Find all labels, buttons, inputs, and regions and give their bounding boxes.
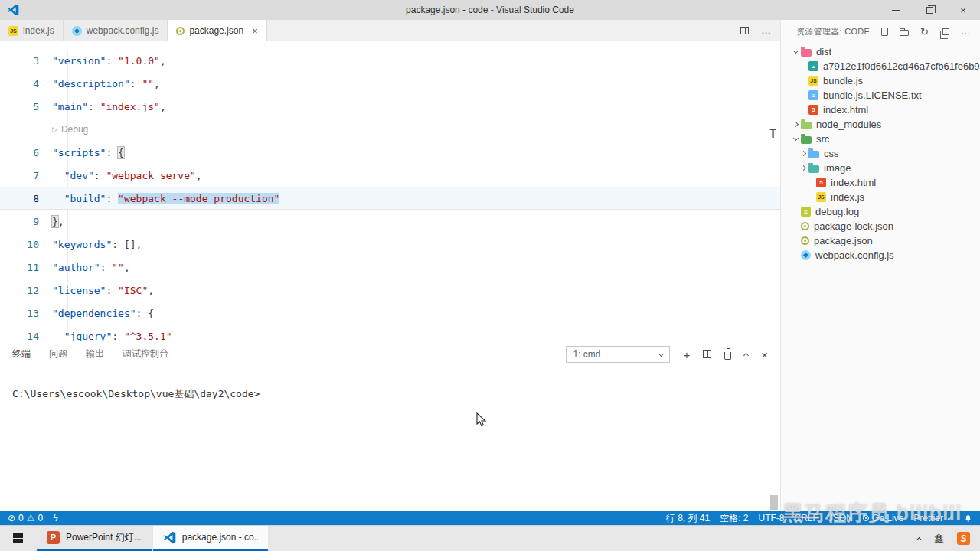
explorer-sidebar: 资源管理器: CODE ↻ … dista7912e1f0d6612cd46a7… [781,20,980,511]
close-tab-icon[interactable]: × [252,25,258,37]
notifications-bell-icon[interactable] [964,514,972,523]
line-number: 3 [0,55,52,67]
code-line-5[interactable]: 5"main": "index.js", [0,95,780,118]
code-editor[interactable]: 3"version": "1.0.0",4"description": "",5… [0,41,780,341]
chevron-right-icon [798,152,808,155]
tree-item-index.html[interactable]: index.html [781,175,980,190]
language-mode-status[interactable]: JSON [828,513,853,523]
split-terminal-icon[interactable] [703,350,711,358]
code-line-4[interactable]: 4"description": "", [0,72,780,95]
tree-item-image[interactable]: image [781,161,980,175]
refresh-explorer-icon[interactable]: ↻ [920,27,929,37]
tree-item-label: index.html [831,177,876,188]
tree-item-node_modules[interactable]: node_modules [781,117,980,132]
close-panel-icon[interactable]: × [761,348,768,361]
tree-item-bundle.js.LICENSE.txt[interactable]: bundle.js.LICENSE.txt [781,88,980,103]
token: , [154,78,160,90]
feedback-icon[interactable]: ϟ [53,513,57,523]
folder-node-icon [801,122,812,129]
webpack-file-icon [801,250,811,260]
indentation-status[interactable]: 空格: 2 [720,512,748,525]
cursor-position-status[interactable]: 行 8, 列 41 [666,512,710,525]
token: "main" [52,101,88,112]
panel-tab-输出[interactable]: 输出 [86,341,104,367]
token: } [52,216,58,227]
line-number: 13 [0,308,52,319]
token: : [106,147,118,158]
code-line-10[interactable]: 10"keywords": [], [0,233,780,256]
tree-item-src[interactable]: src [781,132,980,146]
token: [], [124,239,142,250]
tree-item-debug.log[interactable]: debug.log [781,204,980,219]
encoding-status[interactable]: UTF-8 [759,513,785,523]
tab-label: webpack.config.js [87,25,159,36]
maximize-panel-icon[interactable] [743,353,749,358]
shell-selector-value: 1: cmd [573,349,600,360]
problems-status[interactable]: ⊘0 ⚠0 [8,513,43,523]
taskbar-app-PowerPoint 幻灯...[interactable]: PPowerPoint 幻灯... [37,526,152,551]
code-line-7[interactable]: 7 "dev": "webpack serve", [0,164,780,187]
new-file-icon[interactable] [881,28,888,36]
code-line-6[interactable]: 6"scripts": { [0,141,780,164]
tree-item-label: index.html [823,104,868,116]
npm-file-icon [801,222,809,230]
code-line-13[interactable]: 13"dependencies": { [0,302,780,324]
tree-item-label: webpack.config.js [815,249,894,261]
editor-tab-bar: index.jswebpack.config.jspackage.json× … [0,20,780,41]
windows-taskbar: PPowerPoint 幻灯...package.json - co... 鑫 … [0,525,980,551]
tree-item-index.js[interactable]: index.js [781,190,980,204]
panel-tab-终端[interactable]: 终端 [12,341,31,367]
ime-indicator-icon[interactable]: 鑫 [934,532,944,546]
code-line-11[interactable]: 11"author": "", [0,256,780,279]
sogou-input-icon[interactable]: S [957,532,970,545]
show-hidden-icons-icon[interactable] [916,536,922,542]
minimize-icon [892,10,900,11]
tree-item-package.json[interactable]: package.json [781,233,980,248]
tree-item-a7912e1f0d6612cd46a7cfb61fe6b9a4.png[interactable]: a7912e1f0d6612cd46a7cfb61fe6b9a4.png [781,59,980,73]
vscode-icon [163,531,176,544]
split-editor-icon[interactable] [740,27,749,34]
tab-webpack.config.js[interactable]: webpack.config.js [64,20,168,41]
codelens-debug[interactable]: ▷Debug [52,124,88,135]
terminal-panel: 终端问题输出调试控制台 1: cmd + × C:\Users\ [0,341,780,511]
go-live-button[interactable]: Go Live [863,513,903,523]
code-line-9[interactable]: 9}, [0,210,780,233]
prettier-status[interactable]: Prettier ✓ [913,513,954,523]
code-line-14[interactable]: 14 "jquery": "^3.5.1" [0,324,780,341]
panel-scrollbar[interactable] [770,495,778,510]
vscode-window: package.json - code - Visual Studio Code… [0,0,980,551]
tree-item-css[interactable]: css [781,146,980,161]
code-line-8[interactable]: 8 "build": "webpack --mode production" [0,187,780,210]
collapse-folders-icon[interactable] [942,28,949,35]
token: , [160,55,166,67]
tab-package.json[interactable]: package.json× [168,20,266,41]
tree-item-dist[interactable]: dist [781,44,980,59]
line-number: 4 [0,78,52,90]
token: "dev" [64,170,94,181]
terminal-output[interactable]: C:\Users\escook\Desktop\vue基础\day2\code> [0,367,780,401]
tab-index.js[interactable]: index.js [0,20,64,41]
tree-item-package-lock.json[interactable]: package-lock.json [781,219,980,233]
code-line-12[interactable]: 12"license": "ISC", [0,279,780,302]
panel-tab-调试控制台[interactable]: 调试控制台 [122,341,168,367]
tree-item-webpack.config.js[interactable]: webpack.config.js [781,248,980,262]
new-folder-icon[interactable] [900,30,909,36]
tree-item-bundle.js[interactable]: bundle.js [781,73,980,88]
token: "keywords" [52,239,112,250]
code-text: "dependencies": { [52,308,154,319]
token: { [118,147,124,158]
code-line-3[interactable]: 3"version": "1.0.0", [0,49,780,72]
warning-count: 0 [38,513,44,523]
taskbar-app-package.json - co...[interactable]: package.json - co... [153,526,268,551]
check-icon: ✓ [946,513,954,523]
panel-tab-问题[interactable]: 问题 [49,341,67,367]
eol-status[interactable]: CRLF [795,513,818,523]
codelens-row[interactable]: ▷Debug [0,118,780,141]
shell-selector[interactable]: 1: cmd [566,346,670,363]
line-number: 14 [0,331,52,341]
npm-file-icon [801,236,809,245]
start-button[interactable] [0,526,35,551]
kill-terminal-icon[interactable] [724,352,731,360]
new-terminal-icon[interactable]: + [683,348,690,361]
tree-item-index.html[interactable]: index.html [781,103,980,117]
